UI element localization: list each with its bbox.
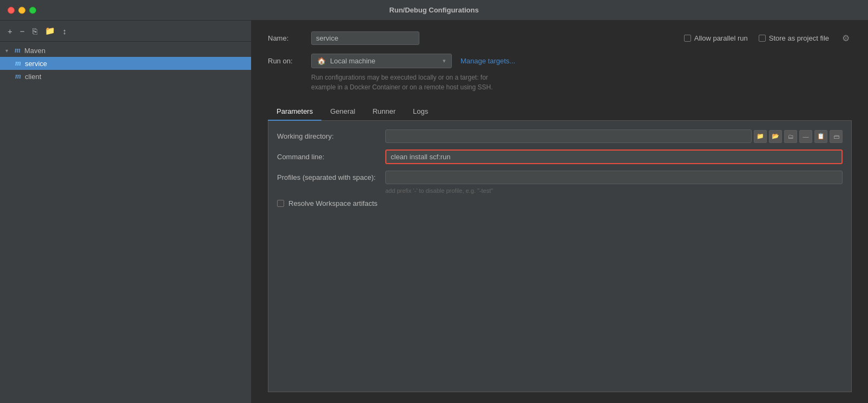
allow-parallel-label[interactable]: Allow parallel run <box>684 34 748 42</box>
command-line-group <box>385 150 843 164</box>
working-directory-label: Working directory: <box>277 132 385 140</box>
run-on-hint: Run configurations may be executed local… <box>311 73 852 92</box>
store-project-label[interactable]: Store as project file <box>759 34 829 42</box>
sidebar-toolbar: + − ⎘ 📁 ↕ <box>0 21 251 42</box>
maximize-button[interactable] <box>29 6 36 14</box>
folder-icon-btn-5[interactable]: 📋 <box>814 130 827 143</box>
profiles-input[interactable] <box>385 171 843 184</box>
hint-line2: example in a Docker Container or on a re… <box>311 83 493 91</box>
resolve-workspace-label: Resolve Workspace artifacts <box>288 199 378 207</box>
sort-button[interactable]: ↕ <box>61 25 69 37</box>
checkbox-group: Allow parallel run Store as project file… <box>684 33 852 43</box>
tabs-bar: Parameters General Runner Logs <box>268 103 852 121</box>
chevron-down-icon: ▾ <box>5 48 12 54</box>
store-project-checkbox[interactable] <box>759 35 766 42</box>
sidebar-tree: ▾ m Maven m service m client <box>0 42 251 403</box>
tree-item-client[interactable]: m client <box>0 70 251 83</box>
profiles-hint: add prefix '-' to disable profile, e.g. … <box>385 187 843 194</box>
folder-icon-btn-1[interactable]: 📁 <box>754 130 767 143</box>
folder-icon-btn-4[interactable]: — <box>799 130 812 143</box>
move-to-folder-button[interactable]: 📁 <box>43 25 57 37</box>
working-directory-group: 📁 📂 🗂 — 📋 🗃 <box>385 129 843 143</box>
tab-content-parameters: Working directory: 📁 📂 🗂 — 📋 🗃 Command l… <box>268 121 852 392</box>
content-area: Name: Allow parallel run Store as projec… <box>252 21 868 403</box>
tree-item-service[interactable]: m service <box>0 57 251 70</box>
minimize-button[interactable] <box>18 6 25 14</box>
folder-icon-btn-2[interactable]: 📂 <box>769 130 782 143</box>
manage-targets-link[interactable]: Manage targets... <box>461 57 515 65</box>
maven-group-label: Maven <box>24 47 45 55</box>
tab-logs[interactable]: Logs <box>404 103 437 121</box>
profiles-label: Profiles (separated with space): <box>277 173 385 181</box>
profiles-row: Profiles (separated with space): <box>277 171 843 184</box>
open-folder-btn[interactable]: 🗃 <box>830 130 843 143</box>
maven-service-icon: m <box>15 59 21 68</box>
tree-group-maven[interactable]: ▾ m Maven <box>0 44 251 57</box>
title-bar: Run/Debug Configurations <box>0 0 868 21</box>
window-title: Run/Debug Configurations <box>389 6 478 14</box>
remove-config-button[interactable]: − <box>18 25 27 37</box>
service-label: service <box>25 60 47 68</box>
run-on-dropdown[interactable]: 🏠 Local machine ▾ <box>311 54 452 68</box>
folder-icon-btn-3[interactable]: 🗂 <box>784 130 797 143</box>
allow-parallel-checkbox[interactable] <box>684 35 691 42</box>
add-config-button[interactable]: + <box>5 25 15 37</box>
name-label: Name: <box>268 34 311 42</box>
tab-general[interactable]: General <box>321 103 364 121</box>
command-line-input[interactable] <box>385 150 843 164</box>
working-directory-input[interactable] <box>385 129 752 143</box>
profiles-group <box>385 171 843 184</box>
dropdown-arrow-icon: ▾ <box>443 57 446 64</box>
hint-line1: Run configurations may be executed local… <box>311 74 488 81</box>
copy-config-button[interactable]: ⎘ <box>30 25 40 37</box>
tab-parameters[interactable]: Parameters <box>268 103 321 121</box>
maven-client-icon: m <box>15 72 21 81</box>
home-icon: 🏠 <box>317 57 326 65</box>
gear-button[interactable]: ⚙ <box>840 33 852 43</box>
run-on-label: Run on: <box>268 57 311 65</box>
resolve-workspace-checkbox[interactable] <box>277 200 284 207</box>
run-on-value: Local machine <box>330 57 376 65</box>
command-line-label: Command line: <box>277 153 385 161</box>
name-row: Name: Allow parallel run Store as projec… <box>268 31 852 45</box>
tab-runner[interactable]: Runner <box>364 103 404 121</box>
traffic-lights <box>8 6 36 14</box>
close-button[interactable] <box>8 6 15 14</box>
client-label: client <box>25 73 41 81</box>
sidebar: + − ⎘ 📁 ↕ ▾ m Maven m service m client <box>0 21 252 403</box>
main-layout: + − ⎘ 📁 ↕ ▾ m Maven m service m client <box>0 21 868 403</box>
working-directory-row: Working directory: 📁 📂 🗂 — 📋 🗃 <box>277 129 843 143</box>
resolve-workspace-row: Resolve Workspace artifacts <box>277 199 843 207</box>
name-input[interactable] <box>311 31 419 45</box>
command-line-row: Command line: <box>277 150 843 164</box>
maven-group-icon: m <box>15 46 21 55</box>
run-on-row: Run on: 🏠 Local machine ▾ Manage targets… <box>268 54 852 68</box>
